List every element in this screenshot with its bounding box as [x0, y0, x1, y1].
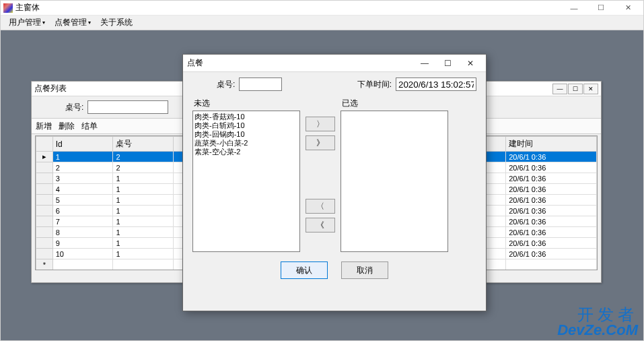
filter-desk-label: 桌号: [65, 102, 83, 113]
list-item[interactable]: 肉类-白斩鸡-10 [194, 121, 298, 130]
main-titlebar[interactable]: 主窗体 — ☐ ✕ [1, 1, 643, 16]
move-left-all-button[interactable]: 《 [306, 218, 335, 232]
desk-input[interactable] [239, 78, 282, 91]
menu-about[interactable]: 关于系统 [96, 16, 137, 30]
minimize-button[interactable]: — [561, 1, 587, 15]
mdi-maximize-button[interactable]: ☐ [568, 84, 583, 94]
menubar: 用户管理▾ 点餐管理▾ 关于系统 [1, 16, 643, 30]
close-button[interactable]: ✕ [615, 1, 641, 15]
menu-order-mgmt[interactable]: 点餐管理▾ [50, 16, 95, 30]
filter-desk-input[interactable] [87, 100, 168, 114]
list-item[interactable]: 肉类-香菇鸡-10 [194, 113, 298, 121]
col-time[interactable]: 建时间 [506, 137, 597, 152]
ok-button[interactable]: 确认 [281, 261, 328, 279]
move-right-all-button[interactable]: 》 [306, 135, 335, 150]
time-input[interactable] [396, 78, 476, 91]
app-icon [3, 3, 13, 13]
maximize-button[interactable]: ☐ [588, 1, 614, 15]
toolbar-delete[interactable]: 删除 [59, 121, 75, 132]
col-id[interactable]: Id [52, 137, 113, 152]
mdi-minimize-button[interactable]: — [552, 84, 567, 94]
order-dialog: 点餐 — ☐ ✕ 桌号: 下单时间: 未选 [182, 54, 487, 311]
unselected-label: 未选 [192, 98, 300, 109]
dialog-top-row: 桌号: 下单时间: [192, 78, 476, 91]
move-left-button[interactable]: 〈 [306, 199, 335, 214]
mdi-close-button[interactable]: ✕ [583, 84, 598, 94]
dialog-close-button[interactable]: ✕ [459, 56, 482, 71]
dialog-title: 点餐 [187, 57, 413, 69]
selected-label: 已选 [341, 98, 448, 109]
watermark: 开发者 DevZe.CoM [557, 307, 638, 338]
toolbar-add[interactable]: 新增 [36, 121, 52, 132]
dialog-titlebar[interactable]: 点餐 — ☐ ✕ [183, 55, 486, 72]
dialog-maximize-button[interactable]: ☐ [436, 56, 459, 71]
dialog-minimize-button[interactable]: — [413, 56, 436, 71]
chevron-down-icon: ▾ [42, 20, 45, 26]
list-item[interactable]: 肉类-回锅肉-10 [194, 130, 298, 139]
cancel-button[interactable]: 取消 [341, 261, 388, 279]
list-item[interactable]: 素菜-空心菜-2 [194, 148, 298, 156]
main-title: 主窗体 [15, 2, 561, 13]
menu-user-mgmt[interactable]: 用户管理▾ [5, 16, 49, 30]
selected-listbox[interactable] [341, 111, 448, 252]
list-item[interactable]: 蔬菜类-小白菜-2 [194, 139, 298, 148]
main-window: 主窗体 — ☐ ✕ 用户管理▾ 点餐管理▾ 关于系统 点餐列表 — ☐ ✕ 桌号… [0, 0, 644, 341]
move-right-button[interactable]: 〉 [306, 117, 335, 131]
col-desk[interactable]: 桌号 [113, 137, 174, 152]
unselected-listbox[interactable]: 肉类-香菇鸡-10肉类-白斩鸡-10肉类-回锅肉-10蔬菜类-小白菜-2素菜-空… [192, 111, 300, 252]
desk-label: 桌号: [217, 79, 235, 90]
mdi-client: 点餐列表 — ☐ ✕ 桌号: 新增 删除 结单 [1, 30, 643, 340]
row-header-blank [36, 137, 53, 152]
time-label: 下单时间: [357, 79, 392, 90]
toolbar-settle[interactable]: 结单 [81, 121, 98, 132]
chevron-down-icon: ▾ [88, 20, 91, 26]
